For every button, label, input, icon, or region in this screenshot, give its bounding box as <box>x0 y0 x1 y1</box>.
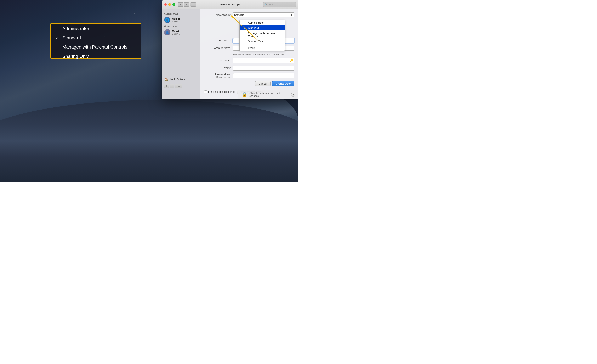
select-arrow-icon: ▼ <box>291 14 293 16</box>
grid-view-button[interactable] <box>190 2 196 7</box>
search-placeholder: Search <box>268 3 276 6</box>
guest-user-name: Guest <box>172 30 180 33</box>
close-button[interactable] <box>164 3 167 6</box>
manage-user-button[interactable]: ... <box>175 84 182 88</box>
help-button[interactable]: ? <box>291 93 295 97</box>
standard-label: Standard <box>248 26 259 30</box>
password-input-wrapper: 🔑 <box>233 58 294 63</box>
annotation-item-managed: Managed with Parental Controls <box>51 42 141 52</box>
current-user-avatar: 🌐 <box>164 17 170 23</box>
grid-icon <box>192 3 195 6</box>
dot <box>192 3 192 4</box>
account-name-label: Account Name: <box>204 47 231 50</box>
login-options-label: Login Options <box>170 78 185 81</box>
dot <box>194 4 195 5</box>
back-button[interactable]: ‹ <box>178 2 183 7</box>
other-users-section-title: Other Users <box>162 24 200 28</box>
current-user-name: Admin <box>172 17 180 20</box>
main-content: New Account: Standard ▼ Administrator ✓ … <box>200 9 298 99</box>
current-user-section-title: Current User <box>162 12 200 16</box>
group-label: Group <box>248 47 255 50</box>
verify-input[interactable] <box>233 65 294 71</box>
dot <box>192 4 192 5</box>
lock-bar: 🔓 Click the lock to prevent further chan… <box>238 90 298 99</box>
annotation-label-administrator: Administrator <box>63 26 89 32</box>
annotation-label-sharing: Sharing Only <box>63 54 89 60</box>
dot <box>194 3 195 4</box>
dropdown-divider <box>240 45 285 45</box>
account-type-value: Standard <box>234 14 244 16</box>
account-type-select[interactable]: Standard ▼ <box>233 12 294 17</box>
cancel-button[interactable]: Cancel <box>255 81 270 86</box>
titlebar: ‹ › Users & Groups 🔍 <box>162 0 298 9</box>
parental-controls-label: Enable parental controls <box>208 90 235 93</box>
dropdown-item-group[interactable]: Group <box>240 45 285 51</box>
home-icon: 🏠 <box>164 77 168 81</box>
dot <box>193 4 193 5</box>
home-folder-hint: This will be used as the name for your h… <box>233 53 294 55</box>
create-user-button[interactable]: Create User <box>272 81 294 86</box>
sidebar-action-buttons: + − ... <box>162 83 200 89</box>
password-hint-row: Password hint: (Recommended) <box>204 73 294 79</box>
annotation-item-administrator: Administrator <box>51 24 141 33</box>
parental-checkbox-wrapper: Enable parental controls <box>204 90 235 93</box>
dune-shape-2 <box>0 100 298 182</box>
annotation-check-administrator <box>56 26 60 31</box>
guest-user-info: Guest Sharin... <box>172 30 180 35</box>
annotation-check-managed <box>56 44 60 50</box>
annotation-box: Administrator ✓ Standard Managed with Pa… <box>50 24 141 59</box>
traffic-lights <box>164 3 175 6</box>
password-row: Password: 🔑 <box>204 58 294 63</box>
parental-controls-checkbox[interactable] <box>204 90 207 93</box>
search-bar[interactable]: 🔍 Search <box>263 2 296 7</box>
administrator-label: Administrator <box>248 21 264 24</box>
annotation-check-sharing <box>56 54 60 59</box>
current-user-item[interactable]: 🌐 Admin Admin <box>162 16 200 24</box>
full-name-label: Full Name: <box>204 39 231 42</box>
password-input[interactable] <box>233 58 294 63</box>
sharing-label: Sharing Only <box>248 40 263 43</box>
login-options-item[interactable]: 🏠 Login Options <box>162 76 200 83</box>
guest-user-avatar: 👤 <box>164 29 170 35</box>
password-hint-sublabel: (Recommended) <box>204 76 231 79</box>
maximize-button[interactable] <box>173 3 175 6</box>
password-hint-input[interactable] <box>233 73 294 78</box>
dot <box>193 5 193 5</box>
window-frame: ‹ › Users & Groups 🔍 <box>162 0 298 99</box>
dot <box>192 5 192 5</box>
guest-user-item[interactable]: 👤 Guest Sharin... <box>162 28 200 37</box>
remove-user-button[interactable]: − <box>170 84 174 88</box>
check-standard: ✓ <box>244 27 246 30</box>
dropdown-item-standard[interactable]: ✓ Standard <box>240 25 285 31</box>
account-type-dropdown[interactable]: Administrator ✓ Standard Managed with Pa… <box>239 20 285 51</box>
annotation-label-standard: Standard <box>63 35 81 41</box>
action-buttons-row: Cancel Create User <box>204 81 294 86</box>
nav-buttons: ‹ › <box>178 2 189 7</box>
users-groups-window: ‹ › Users & Groups 🔍 <box>162 0 298 99</box>
lock-text: Click the lock to prevent further change… <box>249 92 289 97</box>
new-account-label: New Account: <box>204 14 231 16</box>
password-label: Password: <box>204 59 231 62</box>
dropdown-item-sharing[interactable]: Sharing Only <box>240 39 285 44</box>
annotation-item-standard: ✓ Standard <box>51 33 141 43</box>
key-icon: 🔑 <box>290 59 293 62</box>
window-title: Users & Groups <box>220 3 240 6</box>
verify-row: Verify: <box>204 65 294 71</box>
new-account-row: New Account: Standard ▼ <box>204 12 294 17</box>
sidebar: Current User 🌐 Admin Admin Other Users 👤… <box>162 9 200 99</box>
dot <box>194 5 195 5</box>
minimize-button[interactable] <box>168 3 171 6</box>
lock-icon[interactable]: 🔓 <box>242 92 247 97</box>
window-content: Current User 🌐 Admin Admin Other Users 👤… <box>162 9 298 99</box>
current-user-role: Admin <box>172 20 180 23</box>
dropdown-item-administrator[interactable]: Administrator <box>240 20 285 25</box>
dot <box>193 3 193 4</box>
yellow-indicator-dot <box>231 16 233 18</box>
dropdown-item-managed[interactable]: Managed with Parental Controls <box>240 31 285 39</box>
guest-user-role: Sharin... <box>172 33 180 35</box>
search-icon: 🔍 <box>265 3 268 6</box>
annotation-check-standard: ✓ <box>56 35 60 41</box>
verify-label: Verify: <box>204 67 231 70</box>
forward-button[interactable]: › <box>184 2 189 7</box>
add-user-button[interactable]: + <box>164 84 169 88</box>
